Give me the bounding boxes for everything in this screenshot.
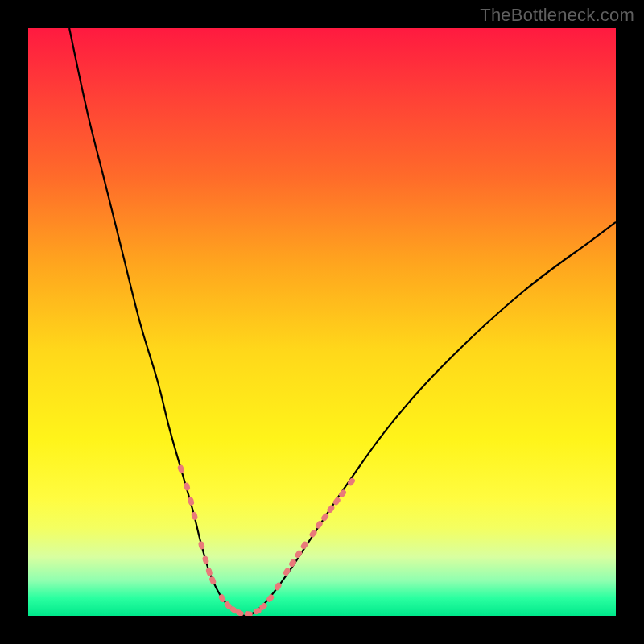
bottleneck-curve (69, 28, 616, 616)
marker-dot (208, 576, 217, 585)
marker-dot (347, 477, 357, 486)
marker-dot (202, 555, 209, 565)
marker-dot (294, 549, 303, 559)
chart-container: TheBottleneck.com (0, 0, 644, 644)
marker-dot (177, 464, 185, 474)
marker-dot (198, 541, 205, 550)
marker-dot (205, 567, 213, 576)
marker-dot (187, 497, 194, 506)
marker-dot (244, 611, 253, 616)
marker-dot (183, 482, 191, 492)
curve-markers (177, 464, 356, 616)
plot-area (28, 28, 616, 616)
marker-dot (283, 567, 291, 576)
watermark-text: TheBottleneck.com (480, 5, 634, 26)
marker-dot (191, 511, 198, 520)
chart-svg (28, 28, 616, 616)
marker-dot (288, 558, 297, 568)
